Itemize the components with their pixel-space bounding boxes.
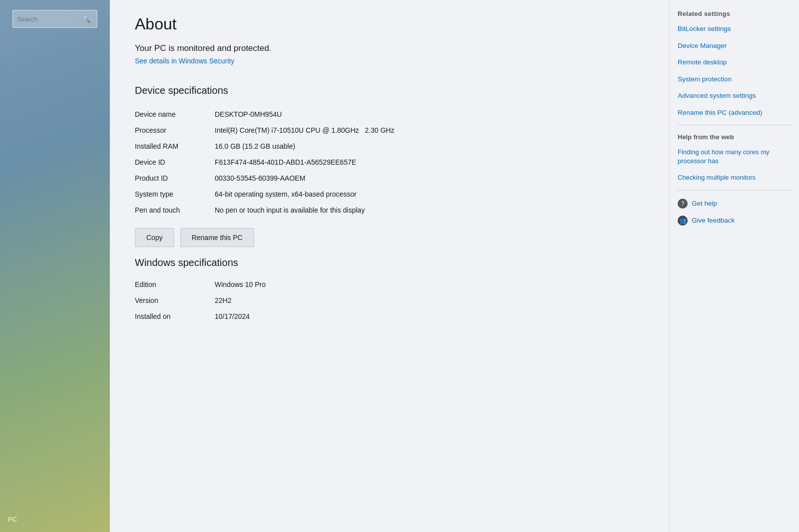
spec-label-edition: Edition — [135, 280, 215, 288]
spec-row-product-id: Product ID 00330-53545-60399-AAOEM — [135, 170, 559, 186]
security-link[interactable]: See details in Windows Security — [135, 57, 234, 65]
windows-spec-table: Edition Windows 10 Pro Version 22H2 Inst… — [135, 276, 559, 324]
related-link-bitlocker[interactable]: BitLocker settings — [678, 24, 791, 33]
spec-label-installed-on: Installed on — [135, 312, 215, 320]
page-title: About — [135, 15, 644, 33]
spec-label-device-name: Device name — [135, 110, 215, 118]
divider — [678, 125, 791, 125]
spec-row-ram: Installed RAM 16.0 GB (15.2 GB usable) — [135, 138, 559, 154]
search-icon: 🔍 — [82, 15, 90, 23]
rename-pc-button[interactable]: Rename this PC — [180, 228, 254, 247]
sidebar-item-pc: PC — [0, 512, 110, 527]
spec-label-processor: Processor — [135, 126, 215, 134]
related-link-device-manager[interactable]: Device Manager — [678, 41, 791, 50]
main-content: About Your PC is monitored and protected… — [110, 0, 669, 532]
spec-row-device-id: Device ID F613F474-4854-401D-ABD1-A56529… — [135, 154, 559, 170]
divider-2 — [678, 190, 791, 191]
related-settings-title: Related settings — [678, 10, 791, 17]
spec-label-device-id: Device ID — [135, 158, 215, 166]
spec-value-device-name: DESKTOP-0MH954U — [215, 110, 559, 118]
related-link-remote-desktop[interactable]: Remote desktop — [678, 58, 791, 67]
search-box[interactable]: 🔍 — [12, 10, 97, 28]
spec-value-pen-touch: No pen or touch input is available for t… — [215, 206, 559, 214]
spec-value-device-id: F613F474-4854-401D-ABD1-A56529EE657E — [215, 158, 559, 166]
help-links: Finding out how many cores my processor … — [678, 148, 791, 182]
help-link-monitors[interactable]: Checking multiple monitors — [678, 173, 791, 182]
action-buttons: Copy Rename this PC — [135, 228, 644, 247]
security-status: Your PC is monitored and protected. — [135, 43, 644, 53]
spec-label-system-type: System type — [135, 190, 215, 198]
spec-row-installed-on: Installed on 10/17/2024 — [135, 308, 559, 324]
spec-row-system-type: System type 64-bit operating system, x64… — [135, 186, 559, 202]
spec-row-edition: Edition Windows 10 Pro — [135, 276, 559, 292]
help-title: Help from the web — [678, 133, 791, 141]
spec-value-processor: Intel(R) Core(TM) i7-10510U CPU @ 1.80GH… — [215, 126, 559, 134]
give-feedback-row: 👥 Give feedback — [678, 216, 791, 226]
right-panel: Related settings BitLocker settings Devi… — [669, 0, 799, 532]
spec-value-system-type: 64-bit operating system, x64-based proce… — [215, 190, 559, 198]
get-help-row: ? Get help — [678, 199, 791, 209]
spec-value-edition: Windows 10 Pro — [215, 280, 559, 288]
related-link-advanced-system[interactable]: Advanced system settings — [678, 91, 791, 100]
device-spec-table: Device name DESKTOP-0MH954U Processor In… — [135, 106, 559, 218]
spec-value-product-id: 00330-53545-60399-AAOEM — [215, 174, 559, 182]
spec-label-version: Version — [135, 296, 215, 304]
device-specs-title: Device specifications — [135, 85, 644, 96]
search-input[interactable] — [17, 15, 82, 23]
copy-button[interactable]: Copy — [135, 228, 174, 247]
spec-row-pen-touch: Pen and touch No pen or touch input is a… — [135, 202, 559, 218]
give-feedback-link[interactable]: Give feedback — [692, 217, 735, 224]
spec-label-pen-touch: Pen and touch — [135, 206, 215, 214]
windows-specs-title: Windows specifications — [135, 257, 644, 268]
pc-label: PC — [8, 516, 17, 523]
spec-value-version: 22H2 — [215, 296, 559, 304]
spec-row-device-name: Device name DESKTOP-0MH954U — [135, 106, 559, 122]
spec-row-processor: Processor Intel(R) Core(TM) i7-10510U CP… — [135, 122, 559, 138]
get-help-icon: ? — [678, 199, 688, 209]
spec-label-product-id: Product ID — [135, 174, 215, 182]
spec-value-ram: 16.0 GB (15.2 GB usable) — [215, 142, 559, 150]
related-link-rename-advanced[interactable]: Rename this PC (advanced) — [678, 108, 791, 117]
spec-label-ram: Installed RAM — [135, 142, 215, 150]
spec-row-version: Version 22H2 — [135, 292, 559, 308]
give-feedback-icon: 👥 — [678, 216, 688, 226]
help-link-cores[interactable]: Finding out how many cores my processor … — [678, 148, 791, 166]
get-help-link[interactable]: Get help — [692, 200, 717, 207]
spec-value-installed-on: 10/17/2024 — [215, 312, 559, 320]
sidebar: 🔍 PC — [0, 0, 110, 532]
related-link-system-protection[interactable]: System protection — [678, 75, 791, 84]
